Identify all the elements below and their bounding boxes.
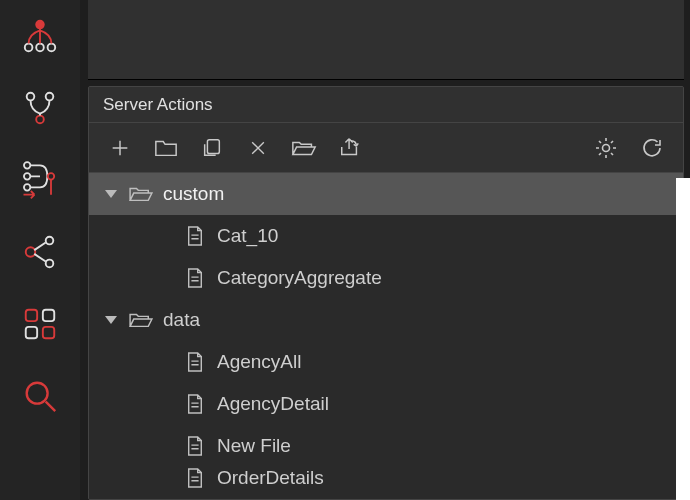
svg-point-18	[27, 383, 48, 404]
folder-data[interactable]: data	[89, 299, 683, 341]
open-button[interactable]	[281, 123, 327, 173]
file-icon	[181, 351, 209, 373]
rail-search-icon[interactable]	[18, 374, 62, 418]
svg-point-0	[25, 44, 33, 52]
file-label: AgencyAll	[217, 351, 302, 373]
refresh-button[interactable]	[629, 123, 675, 173]
rail-flow-icon[interactable]	[18, 158, 62, 202]
svg-point-3	[36, 21, 44, 29]
file-icon	[181, 467, 209, 489]
file-order-details[interactable]: OrderDetails	[89, 467, 683, 491]
rail-share-icon[interactable]	[18, 230, 62, 274]
panel-title: Server Actions	[89, 87, 683, 123]
folder-custom[interactable]: custom	[89, 173, 683, 215]
rail-grid-icon[interactable]	[18, 302, 62, 346]
copy-button[interactable]	[189, 123, 235, 173]
file-icon	[181, 393, 209, 415]
file-icon	[181, 267, 209, 289]
panel-toolbar	[89, 123, 683, 173]
chevron-down-icon	[105, 190, 117, 198]
svg-point-7	[24, 162, 30, 168]
folder-open-icon	[127, 184, 155, 204]
folder-label: custom	[163, 183, 224, 205]
file-agency-detail[interactable]: AgencyDetail	[89, 383, 683, 425]
file-new-file[interactable]: New File	[89, 425, 683, 467]
file-label: Cat_10	[217, 225, 278, 247]
server-actions-panel: Server Actions	[88, 86, 684, 500]
svg-point-5	[27, 93, 35, 101]
svg-point-4	[36, 116, 44, 124]
content-edge	[676, 178, 690, 500]
svg-rect-16	[26, 327, 37, 338]
file-icon	[181, 225, 209, 247]
svg-rect-17	[43, 327, 54, 338]
icon-rail	[0, 0, 80, 500]
svg-point-8	[24, 173, 30, 179]
svg-rect-19	[207, 139, 219, 153]
svg-point-10	[48, 173, 54, 179]
rail-git-icon[interactable]	[18, 14, 62, 58]
svg-point-11	[26, 247, 36, 257]
svg-point-2	[48, 44, 56, 52]
file-label: OrderDetails	[217, 467, 324, 489]
folder-open-icon	[127, 310, 155, 330]
tree-view: custom Cat_10 CategoryAggregate data	[89, 173, 683, 499]
svg-point-12	[46, 237, 54, 245]
svg-point-1	[36, 44, 44, 52]
chevron-down-icon	[105, 316, 117, 324]
svg-rect-14	[26, 310, 37, 321]
export-button[interactable]	[327, 123, 373, 173]
file-icon	[181, 435, 209, 457]
file-cat10[interactable]: Cat_10	[89, 215, 683, 257]
rail-merge-icon[interactable]	[18, 86, 62, 130]
file-agency-all[interactable]: AgencyAll	[89, 341, 683, 383]
svg-point-13	[46, 260, 54, 268]
add-button[interactable]	[97, 123, 143, 173]
new-folder-button[interactable]	[143, 123, 189, 173]
file-label: New File	[217, 435, 291, 457]
topbar-placeholder	[88, 0, 684, 80]
settings-button[interactable]	[583, 123, 629, 173]
svg-point-20	[603, 144, 610, 151]
svg-point-9	[24, 184, 30, 190]
svg-rect-15	[43, 310, 54, 321]
file-label: CategoryAggregate	[217, 267, 382, 289]
file-label: AgencyDetail	[217, 393, 329, 415]
delete-button[interactable]	[235, 123, 281, 173]
file-category-aggregate[interactable]: CategoryAggregate	[89, 257, 683, 299]
folder-label: data	[163, 309, 200, 331]
svg-point-6	[46, 93, 54, 101]
